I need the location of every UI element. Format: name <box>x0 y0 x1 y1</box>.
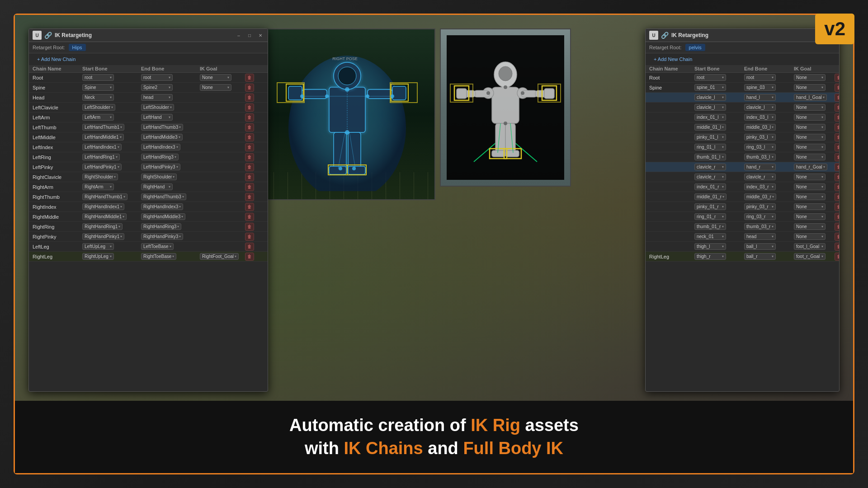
start-bone-dropdown[interactable]: clavicle_r ▾ <box>694 164 726 170</box>
ik-goal-dropdown[interactable]: None▾ <box>794 193 826 200</box>
start-bone-dropdown[interactable]: LeftShoulder ▾ <box>82 104 115 111</box>
delete-row-button[interactable]: 🗑 <box>835 133 839 141</box>
delete-row-button[interactable]: 🗑 <box>835 143 839 151</box>
delete-row-button[interactable]: 🗑 <box>835 153 839 161</box>
ik-goal-dropdown[interactable]: None▾ <box>794 84 826 91</box>
ik-goal-dropdown[interactable]: foot_r_Goal▾ <box>794 253 826 260</box>
delete-row-button[interactable]: 🗑 <box>835 193 839 201</box>
delete-row-button[interactable]: 🗑 <box>835 84 839 92</box>
delete-row-button[interactable]: 🗑 <box>835 243 839 251</box>
end-bone-dropdown[interactable]: LeftHandIndex3 ▾ <box>141 144 180 150</box>
end-bone-dropdown[interactable]: LeftShoulder ▾ <box>141 104 174 111</box>
delete-row-button[interactable]: 🗑 <box>245 143 254 151</box>
delete-row-button[interactable]: 🗑 <box>835 213 839 221</box>
end-bone-dropdown[interactable]: ring_03_r ▾ <box>744 213 776 220</box>
ik-goal-dropdown[interactable]: None▾ <box>794 114 826 121</box>
end-bone-dropdown[interactable]: LeftHandPinky3 ▾ <box>141 164 180 170</box>
end-bone-dropdown[interactable]: LeftHandThumb3 ▾ <box>141 124 183 131</box>
start-bone-dropdown[interactable]: ring_01_r ▾ <box>694 213 726 220</box>
start-bone-dropdown[interactable]: root ▾ <box>694 74 726 81</box>
end-bone-dropdown[interactable]: RightHandIndex3 ▾ <box>141 203 183 210</box>
ik-goal-dropdown[interactable]: None▾ <box>794 183 826 190</box>
start-bone-dropdown[interactable]: index_01_l ▾ <box>694 114 726 121</box>
ik-goal-dropdown[interactable]: None▾ <box>794 104 826 111</box>
close-button-left[interactable]: ✕ <box>257 32 264 39</box>
start-bone-dropdown[interactable]: RightHandRing1 ▾ <box>82 223 123 230</box>
minimize-button-left[interactable]: – <box>235 32 242 39</box>
end-bone-dropdown[interactable]: ball_r ▾ <box>744 253 776 260</box>
delete-row-button[interactable]: 🗑 <box>835 113 839 122</box>
start-bone-dropdown[interactable]: RightHandPinky1 ▾ <box>82 233 124 240</box>
end-bone-dropdown[interactable]: RightToeBase ▾ <box>141 253 176 260</box>
end-bone-dropdown[interactable]: LeftHandRing3 ▾ <box>141 154 179 160</box>
start-bone-dropdown[interactable]: middle_01_l ▾ <box>694 124 726 131</box>
end-bone-dropdown[interactable]: LeftHandMiddle3 ▾ <box>141 134 183 141</box>
delete-row-button[interactable]: 🗑 <box>835 253 839 261</box>
delete-row-button[interactable]: 🗑 <box>835 233 839 241</box>
start-bone-dropdown[interactable]: middle_01_r ▾ <box>694 193 726 200</box>
delete-row-button[interactable]: 🗑 <box>245 103 254 112</box>
delete-row-button[interactable]: 🗑 <box>245 203 254 211</box>
end-bone-dropdown[interactable]: pinky_03_r ▾ <box>744 203 776 210</box>
end-bone-dropdown[interactable]: Spine2 ▾ <box>141 84 173 91</box>
start-bone-dropdown[interactable]: LeftHandRing1 ▾ <box>82 154 120 160</box>
ik-goal-dropdown[interactable]: RightFoot_Goal▾ <box>200 253 239 260</box>
ik-goal-dropdown[interactable]: hand_r_Goal▾ <box>794 164 827 170</box>
start-bone-dropdown[interactable]: thumb_01_l ▾ <box>694 154 726 160</box>
end-bone-dropdown[interactable]: clavicle_l ▾ <box>744 104 776 111</box>
end-bone-dropdown[interactable]: index_03_r ▾ <box>744 183 776 190</box>
delete-row-button[interactable]: 🗑 <box>835 103 839 112</box>
delete-row-button[interactable]: 🗑 <box>245 243 254 251</box>
end-bone-dropdown[interactable]: RightHandRing3 ▾ <box>141 223 181 230</box>
delete-row-button[interactable]: 🗑 <box>245 173 254 181</box>
start-bone-dropdown[interactable]: neck_01 ▾ <box>694 233 726 240</box>
delete-row-button[interactable]: 🗑 <box>245 84 254 92</box>
end-bone-dropdown[interactable]: hand_l ▾ <box>744 94 776 101</box>
start-bone-dropdown[interactable]: LeftArm ▾ <box>82 114 114 121</box>
start-bone-dropdown[interactable]: thumb_01_r ▾ <box>694 223 726 230</box>
end-bone-dropdown[interactable]: ball_l ▾ <box>744 243 776 250</box>
start-bone-dropdown[interactable]: RightUpLeg ▾ <box>82 253 114 260</box>
end-bone-dropdown[interactable]: ring_03_l ▾ <box>744 144 776 150</box>
maximize-button-left[interactable]: □ <box>246 32 253 39</box>
ik-goal-dropdown[interactable]: None▾ <box>794 144 826 150</box>
start-bone-dropdown[interactable]: LeftHandMiddle1 ▾ <box>82 134 124 141</box>
end-bone-dropdown[interactable]: root ▾ <box>141 74 173 81</box>
ik-goal-dropdown[interactable]: foot_l_Goal▾ <box>794 243 826 250</box>
end-bone-dropdown[interactable]: LeftToeBase ▾ <box>141 243 174 250</box>
delete-row-button[interactable]: 🗑 <box>245 113 254 122</box>
start-bone-dropdown[interactable]: root ▾ <box>82 74 114 81</box>
delete-row-button[interactable]: 🗑 <box>245 183 254 191</box>
end-bone-dropdown[interactable]: RightHandPinky3 ▾ <box>141 233 183 240</box>
start-bone-dropdown[interactable]: clavicle_l ▾ <box>694 104 726 111</box>
ik-goal-dropdown[interactable]: None▾ <box>794 134 826 141</box>
start-bone-dropdown[interactable]: index_01_r ▾ <box>694 183 726 190</box>
end-bone-dropdown[interactable]: thumb_03_l ▾ <box>744 154 776 160</box>
delete-row-button[interactable]: 🗑 <box>835 203 839 211</box>
ik-goal-dropdown[interactable]: None▾ <box>794 223 826 230</box>
end-bone-dropdown[interactable]: root ▾ <box>744 74 776 81</box>
start-bone-dropdown[interactable]: RightHandIndex1 ▾ <box>82 203 124 210</box>
ik-goal-dropdown[interactable]: None▾ <box>794 124 826 131</box>
start-bone-dropdown[interactable]: pinky_01_l ▾ <box>694 134 726 141</box>
delete-row-button[interactable]: 🗑 <box>245 133 254 141</box>
start-bone-dropdown[interactable]: RightShoulder ▾ <box>82 174 118 180</box>
start-bone-dropdown[interactable]: RightArm ▾ <box>82 183 114 190</box>
end-bone-dropdown[interactable]: middle_03_r ▾ <box>744 193 776 200</box>
ik-goal-dropdown[interactable]: None▾ <box>200 74 231 81</box>
ik-goal-dropdown[interactable]: None▾ <box>794 213 826 220</box>
delete-row-button[interactable]: 🗑 <box>835 74 839 82</box>
end-bone-dropdown[interactable]: index_03_l ▾ <box>744 114 776 121</box>
start-bone-dropdown[interactable]: Spine ▾ <box>82 84 114 91</box>
delete-row-button[interactable]: 🗑 <box>245 94 254 102</box>
delete-row-button[interactable]: 🗑 <box>835 183 839 191</box>
delete-row-button[interactable]: 🗑 <box>835 94 839 102</box>
start-bone-dropdown[interactable]: RightHandThumb1 ▾ <box>82 193 127 200</box>
delete-row-button[interactable]: 🗑 <box>835 223 839 231</box>
ik-goal-dropdown[interactable]: None▾ <box>794 154 826 160</box>
delete-row-button[interactable]: 🗑 <box>835 163 839 171</box>
retarget-root-value-left[interactable]: Hips <box>69 44 86 51</box>
start-bone-dropdown[interactable]: thigh_r ▾ <box>694 253 726 260</box>
ik-goal-dropdown[interactable]: None▾ <box>794 174 826 180</box>
start-bone-dropdown[interactable]: LeftHandPinky1 ▾ <box>82 164 122 170</box>
